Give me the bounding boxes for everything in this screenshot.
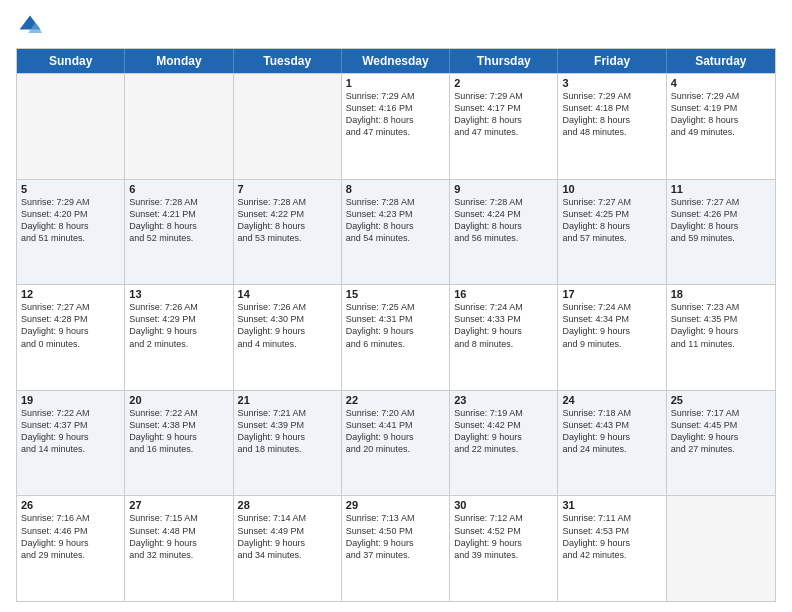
day-number: 18: [671, 288, 771, 300]
calendar-cell-4-2: 28Sunrise: 7:14 AM Sunset: 4:49 PM Dayli…: [234, 496, 342, 601]
calendar-row-2: 12Sunrise: 7:27 AM Sunset: 4:28 PM Dayli…: [17, 284, 775, 390]
day-number: 23: [454, 394, 553, 406]
day-number: 11: [671, 183, 771, 195]
calendar-cell-3-1: 20Sunrise: 7:22 AM Sunset: 4:38 PM Dayli…: [125, 391, 233, 496]
calendar-cell-1-0: 5Sunrise: 7:29 AM Sunset: 4:20 PM Daylig…: [17, 180, 125, 285]
calendar-cell-4-4: 30Sunrise: 7:12 AM Sunset: 4:52 PM Dayli…: [450, 496, 558, 601]
calendar-cell-4-3: 29Sunrise: 7:13 AM Sunset: 4:50 PM Dayli…: [342, 496, 450, 601]
calendar-cell-3-0: 19Sunrise: 7:22 AM Sunset: 4:37 PM Dayli…: [17, 391, 125, 496]
calendar-cell-4-1: 27Sunrise: 7:15 AM Sunset: 4:48 PM Dayli…: [125, 496, 233, 601]
day-header-tuesday: Tuesday: [234, 49, 342, 73]
day-number: 16: [454, 288, 553, 300]
cell-text: Sunrise: 7:15 AM Sunset: 4:48 PM Dayligh…: [129, 512, 228, 561]
cell-text: Sunrise: 7:24 AM Sunset: 4:33 PM Dayligh…: [454, 301, 553, 350]
day-number: 31: [562, 499, 661, 511]
logo-icon: [16, 12, 44, 40]
cell-text: Sunrise: 7:16 AM Sunset: 4:46 PM Dayligh…: [21, 512, 120, 561]
day-header-thursday: Thursday: [450, 49, 558, 73]
header: [16, 12, 776, 40]
calendar-body: 1Sunrise: 7:29 AM Sunset: 4:16 PM Daylig…: [17, 73, 775, 601]
page: SundayMondayTuesdayWednesdayThursdayFrid…: [0, 0, 792, 612]
day-number: 27: [129, 499, 228, 511]
day-number: 25: [671, 394, 771, 406]
cell-text: Sunrise: 7:22 AM Sunset: 4:37 PM Dayligh…: [21, 407, 120, 456]
cell-text: Sunrise: 7:28 AM Sunset: 4:22 PM Dayligh…: [238, 196, 337, 245]
day-number: 30: [454, 499, 553, 511]
cell-text: Sunrise: 7:23 AM Sunset: 4:35 PM Dayligh…: [671, 301, 771, 350]
calendar-cell-0-4: 2Sunrise: 7:29 AM Sunset: 4:17 PM Daylig…: [450, 74, 558, 179]
cell-text: Sunrise: 7:21 AM Sunset: 4:39 PM Dayligh…: [238, 407, 337, 456]
cell-text: Sunrise: 7:29 AM Sunset: 4:17 PM Dayligh…: [454, 90, 553, 139]
day-number: 21: [238, 394, 337, 406]
cell-text: Sunrise: 7:29 AM Sunset: 4:16 PM Dayligh…: [346, 90, 445, 139]
day-number: 15: [346, 288, 445, 300]
day-number: 10: [562, 183, 661, 195]
cell-text: Sunrise: 7:18 AM Sunset: 4:43 PM Dayligh…: [562, 407, 661, 456]
day-number: 7: [238, 183, 337, 195]
day-header-friday: Friday: [558, 49, 666, 73]
day-number: 1: [346, 77, 445, 89]
calendar-cell-2-0: 12Sunrise: 7:27 AM Sunset: 4:28 PM Dayli…: [17, 285, 125, 390]
cell-text: Sunrise: 7:22 AM Sunset: 4:38 PM Dayligh…: [129, 407, 228, 456]
calendar-row-4: 26Sunrise: 7:16 AM Sunset: 4:46 PM Dayli…: [17, 495, 775, 601]
cell-text: Sunrise: 7:25 AM Sunset: 4:31 PM Dayligh…: [346, 301, 445, 350]
calendar-cell-1-6: 11Sunrise: 7:27 AM Sunset: 4:26 PM Dayli…: [667, 180, 775, 285]
calendar-cell-4-5: 31Sunrise: 7:11 AM Sunset: 4:53 PM Dayli…: [558, 496, 666, 601]
calendar-row-0: 1Sunrise: 7:29 AM Sunset: 4:16 PM Daylig…: [17, 73, 775, 179]
cell-text: Sunrise: 7:20 AM Sunset: 4:41 PM Dayligh…: [346, 407, 445, 456]
cell-text: Sunrise: 7:24 AM Sunset: 4:34 PM Dayligh…: [562, 301, 661, 350]
day-number: 2: [454, 77, 553, 89]
logo: [16, 12, 48, 40]
calendar-cell-3-2: 21Sunrise: 7:21 AM Sunset: 4:39 PM Dayli…: [234, 391, 342, 496]
cell-text: Sunrise: 7:19 AM Sunset: 4:42 PM Dayligh…: [454, 407, 553, 456]
day-number: 26: [21, 499, 120, 511]
calendar-cell-4-0: 26Sunrise: 7:16 AM Sunset: 4:46 PM Dayli…: [17, 496, 125, 601]
cell-text: Sunrise: 7:28 AM Sunset: 4:23 PM Dayligh…: [346, 196, 445, 245]
calendar-cell-2-1: 13Sunrise: 7:26 AM Sunset: 4:29 PM Dayli…: [125, 285, 233, 390]
calendar-cell-3-6: 25Sunrise: 7:17 AM Sunset: 4:45 PM Dayli…: [667, 391, 775, 496]
cell-text: Sunrise: 7:11 AM Sunset: 4:53 PM Dayligh…: [562, 512, 661, 561]
day-number: 6: [129, 183, 228, 195]
cell-text: Sunrise: 7:28 AM Sunset: 4:24 PM Dayligh…: [454, 196, 553, 245]
calendar-cell-0-1: [125, 74, 233, 179]
calendar-cell-1-2: 7Sunrise: 7:28 AM Sunset: 4:22 PM Daylig…: [234, 180, 342, 285]
cell-text: Sunrise: 7:17 AM Sunset: 4:45 PM Dayligh…: [671, 407, 771, 456]
day-number: 12: [21, 288, 120, 300]
calendar-row-1: 5Sunrise: 7:29 AM Sunset: 4:20 PM Daylig…: [17, 179, 775, 285]
calendar-cell-3-5: 24Sunrise: 7:18 AM Sunset: 4:43 PM Dayli…: [558, 391, 666, 496]
cell-text: Sunrise: 7:27 AM Sunset: 4:25 PM Dayligh…: [562, 196, 661, 245]
calendar-cell-0-0: [17, 74, 125, 179]
calendar-cell-0-6: 4Sunrise: 7:29 AM Sunset: 4:19 PM Daylig…: [667, 74, 775, 179]
cell-text: Sunrise: 7:27 AM Sunset: 4:28 PM Dayligh…: [21, 301, 120, 350]
calendar: SundayMondayTuesdayWednesdayThursdayFrid…: [16, 48, 776, 602]
calendar-header: SundayMondayTuesdayWednesdayThursdayFrid…: [17, 49, 775, 73]
day-number: 4: [671, 77, 771, 89]
calendar-cell-0-2: [234, 74, 342, 179]
calendar-cell-1-1: 6Sunrise: 7:28 AM Sunset: 4:21 PM Daylig…: [125, 180, 233, 285]
day-number: 3: [562, 77, 661, 89]
day-header-monday: Monday: [125, 49, 233, 73]
cell-text: Sunrise: 7:12 AM Sunset: 4:52 PM Dayligh…: [454, 512, 553, 561]
cell-text: Sunrise: 7:13 AM Sunset: 4:50 PM Dayligh…: [346, 512, 445, 561]
day-number: 22: [346, 394, 445, 406]
calendar-cell-1-4: 9Sunrise: 7:28 AM Sunset: 4:24 PM Daylig…: [450, 180, 558, 285]
day-number: 28: [238, 499, 337, 511]
day-number: 14: [238, 288, 337, 300]
day-number: 13: [129, 288, 228, 300]
day-number: 9: [454, 183, 553, 195]
calendar-cell-2-2: 14Sunrise: 7:26 AM Sunset: 4:30 PM Dayli…: [234, 285, 342, 390]
calendar-cell-1-5: 10Sunrise: 7:27 AM Sunset: 4:25 PM Dayli…: [558, 180, 666, 285]
calendar-cell-3-4: 23Sunrise: 7:19 AM Sunset: 4:42 PM Dayli…: [450, 391, 558, 496]
calendar-row-3: 19Sunrise: 7:22 AM Sunset: 4:37 PM Dayli…: [17, 390, 775, 496]
calendar-cell-2-5: 17Sunrise: 7:24 AM Sunset: 4:34 PM Dayli…: [558, 285, 666, 390]
calendar-cell-2-4: 16Sunrise: 7:24 AM Sunset: 4:33 PM Dayli…: [450, 285, 558, 390]
cell-text: Sunrise: 7:29 AM Sunset: 4:20 PM Dayligh…: [21, 196, 120, 245]
cell-text: Sunrise: 7:29 AM Sunset: 4:19 PM Dayligh…: [671, 90, 771, 139]
day-number: 19: [21, 394, 120, 406]
cell-text: Sunrise: 7:26 AM Sunset: 4:29 PM Dayligh…: [129, 301, 228, 350]
day-number: 20: [129, 394, 228, 406]
calendar-cell-3-3: 22Sunrise: 7:20 AM Sunset: 4:41 PM Dayli…: [342, 391, 450, 496]
day-header-saturday: Saturday: [667, 49, 775, 73]
calendar-cell-0-5: 3Sunrise: 7:29 AM Sunset: 4:18 PM Daylig…: [558, 74, 666, 179]
cell-text: Sunrise: 7:26 AM Sunset: 4:30 PM Dayligh…: [238, 301, 337, 350]
